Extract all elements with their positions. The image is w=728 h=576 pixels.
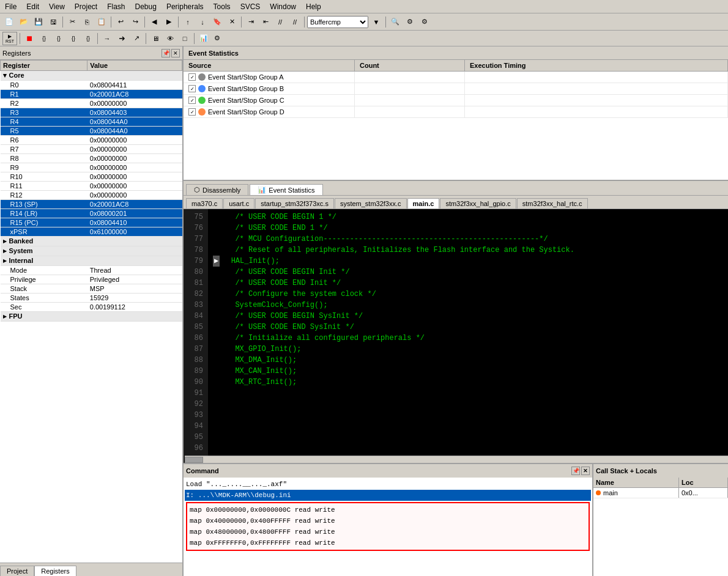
dbg-mem-btn[interactable]: □ [178, 32, 191, 45]
new-button[interactable]: 📄 [2, 15, 16, 29]
scrollbar-thumb[interactable] [185, 457, 203, 463]
menu-debug[interactable]: Debug [130, 1, 162, 12]
table-row[interactable]: ▸Banked [1, 237, 182, 246]
cmd-pin-icon[interactable]: 📌 [571, 467, 580, 475]
table-row[interactable]: R50x080044A0 [1, 127, 182, 136]
dbg-extra-btn2[interactable]: ⚙ [210, 32, 224, 45]
bookmark-prev-button[interactable]: ↑ [181, 15, 195, 29]
bookmark-clear-button[interactable]: ✕ [225, 15, 239, 29]
table-row[interactable]: R70x00000000 [1, 145, 182, 154]
code-editor[interactable]: 7576777879808182838485868788899091929394… [184, 209, 728, 463]
menu-peripherals[interactable]: Peripherals [162, 1, 209, 12]
dbg-btn4[interactable]: {} [81, 32, 95, 45]
build-btn[interactable]: ▼ [370, 15, 383, 29]
more-btn[interactable]: ⚙ [418, 15, 431, 29]
redo-button[interactable]: ↪ [128, 15, 142, 29]
copy-button[interactable]: ⎘ [80, 15, 94, 29]
table-row[interactable]: R13 (SP)0x20001AC8 [1, 200, 182, 209]
table-row[interactable]: R120x00000000 [1, 191, 182, 200]
bookmark-next-button[interactable]: ↓ [196, 15, 209, 29]
table-row[interactable]: ▸System [1, 246, 182, 256]
tab-registers[interactable]: Registers [34, 566, 76, 576]
table-row[interactable]: R30x08004403 [1, 108, 182, 117]
build-combo[interactable]: Buffercmp [307, 16, 368, 28]
dbg-btn3[interactable]: {} [67, 32, 80, 45]
table-row[interactable]: R90x00000000 [1, 163, 182, 172]
menu-svcs[interactable]: SVCS [236, 1, 266, 12]
outdent-button[interactable]: ⇤ [259, 15, 272, 29]
table-row[interactable]: Sec0.00199112 [1, 303, 182, 312]
menu-window[interactable]: Window [265, 1, 301, 12]
rst-button[interactable]: ▶ RST [2, 32, 17, 45]
code-tab[interactable]: ma370.c [186, 198, 223, 209]
code-tab[interactable]: stm32f3xx_hal_gpio.c [440, 198, 516, 209]
code-tab[interactable]: startup_stm32f373xc.s [255, 198, 334, 209]
step-over-button[interactable] [115, 32, 128, 45]
table-row[interactable]: ▸FPU [1, 312, 182, 322]
table-row[interactable]: R80x00000000 [1, 154, 182, 163]
dbg-view-btn[interactable]: 🖥 [149, 32, 162, 45]
table-row[interactable]: ModeThread [1, 266, 182, 275]
menu-project[interactable]: Project [70, 1, 102, 12]
save-all-button[interactable]: 🖫 [46, 15, 60, 29]
table-row[interactable]: R100x00000000 [1, 172, 182, 182]
tab-disassembly[interactable]: ⬡ Disassembly [186, 184, 248, 195]
step-into-button[interactable]: → [100, 32, 114, 45]
table-row[interactable]: R14 (LR)0x08000201 [1, 209, 182, 218]
close-icon[interactable]: ✕ [171, 49, 180, 57]
back-button[interactable]: ◀ [147, 15, 161, 29]
callstack-header: Name Loc [593, 478, 728, 488]
table-row[interactable]: States15929 [1, 294, 182, 303]
table-row[interactable]: PrivilegePrivileged [1, 275, 182, 284]
dbg-extra-btn1[interactable]: 📊 [197, 32, 210, 45]
table-row[interactable]: R00x08004411 [1, 81, 182, 90]
open-button[interactable]: 📂 [17, 15, 31, 29]
stop-button[interactable]: ■ [23, 32, 36, 45]
dbg-btn2[interactable]: {} [52, 32, 65, 45]
table-row[interactable]: R110x00000000 [1, 182, 182, 191]
cmd-close-icon[interactable]: ✕ [581, 467, 590, 475]
event-checkbox[interactable]: ✓ [188, 73, 196, 81]
event-checkbox[interactable]: ✓ [188, 85, 196, 92]
event-checkbox[interactable]: ✓ [188, 97, 196, 104]
code-tab[interactable]: system_stm32f3xx.c [335, 198, 407, 209]
code-scrollbar[interactable] [185, 456, 728, 463]
code-tab[interactable]: stm32f3xx_hal_rtc.c [517, 198, 588, 209]
undo-button[interactable]: ↩ [114, 15, 127, 29]
table-row[interactable]: R40x080044A0 [1, 117, 182, 127]
save-button[interactable]: 💾 [32, 15, 45, 29]
code-tab[interactable]: usart.c [223, 198, 254, 209]
table-row[interactable]: R60x00000000 [1, 136, 182, 145]
forward-button[interactable]: ▶ [162, 15, 176, 29]
menu-flash[interactable]: Flash [102, 1, 130, 12]
cut-button[interactable]: ✂ [65, 15, 79, 29]
menu-edit[interactable]: Edit [21, 1, 44, 12]
tab-event-statistics[interactable]: 📊 Event Statistics [250, 184, 322, 195]
table-row[interactable]: StackMSP [1, 284, 182, 294]
search-btn[interactable]: 🔍 [388, 15, 402, 29]
find-btn[interactable]: ⚙ [403, 15, 417, 29]
code-tab[interactable]: main.c [407, 198, 440, 209]
pin-icon[interactable]: 📌 [162, 49, 170, 57]
step-out-button[interactable]: ↗ [130, 32, 143, 45]
menu-file[interactable]: File [0, 1, 21, 12]
menu-help[interactable]: Help [301, 1, 326, 12]
dbg-btn1[interactable]: {} [37, 32, 51, 45]
tab-project[interactable]: Project [0, 566, 34, 576]
menu-tools[interactable]: Tools [209, 1, 236, 12]
bookmark-button[interactable]: 🔖 [210, 15, 224, 29]
indent-button[interactable]: ⇥ [244, 15, 258, 29]
dbg-watch-btn[interactable]: 👁 [163, 32, 177, 45]
table-row[interactable]: ▸Internal [1, 256, 182, 266]
table-row[interactable]: R15 (PC)0x08004410 [1, 218, 182, 227]
table-row[interactable]: xPSR0x61000000 [1, 227, 182, 237]
paste-button[interactable]: 📋 [95, 15, 108, 29]
table-row[interactable]: ▾Core [1, 71, 182, 81]
menu-view[interactable]: View [44, 1, 70, 12]
comment-button[interactable]: // [273, 15, 287, 29]
uncomment-button[interactable]: // [288, 15, 302, 29]
event-checkbox[interactable]: ✓ [188, 108, 196, 116]
command-area[interactable]: Load "..._....__..._.axf"I: ...\\MDK-ARM… [184, 478, 592, 576]
table-row[interactable]: R10x20001AC8 [1, 90, 182, 99]
table-row[interactable]: R20x00000000 [1, 99, 182, 108]
